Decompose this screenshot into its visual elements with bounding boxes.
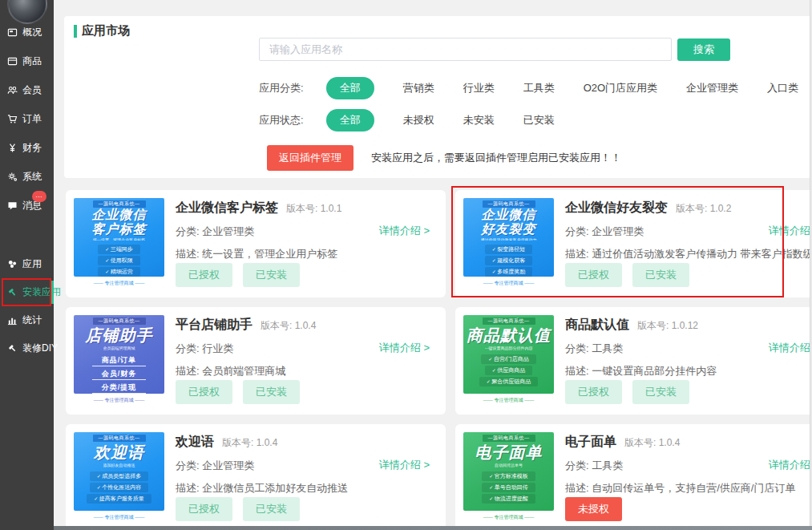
search-row: 搜索 bbox=[259, 38, 730, 61]
sidebar-item-finance[interactable]: 财务 bbox=[0, 133, 54, 162]
back-to-plugins-button[interactable]: 返回插件管理 bbox=[267, 145, 353, 171]
filter-panel: 应用市场 搜索 应用分类: 全部 营销类 行业类 工具类 O2O门店应用类 企业… bbox=[64, 16, 812, 178]
sidebar-item-install-apps[interactable]: 安装应用 bbox=[0, 278, 54, 306]
page-title: 应用市场 bbox=[74, 23, 130, 38]
chat-bubble-icon bbox=[7, 200, 18, 211]
bottom-edge-strip bbox=[54, 526, 812, 530]
status-option-installed[interactable]: 已安装 bbox=[523, 113, 555, 127]
members-icon bbox=[7, 85, 18, 95]
sidebar-item-goods[interactable]: 商品 bbox=[0, 47, 54, 75]
bar-chart-icon bbox=[7, 315, 18, 326]
gear-icon bbox=[7, 172, 18, 182]
app-thumbnail: —源码电商系统— 店铺助手 会员前端管理商城 商品/订单 会员/财务 分类/提现… bbox=[74, 315, 164, 407]
sidebar-item-apps[interactable]: 应用 bbox=[0, 250, 54, 278]
app-card-welcome-message: —源码电商系统— 欢迎语 添加好友自动推送 成员类型选择多 个性化推送内容 提高… bbox=[66, 424, 446, 530]
sidebar-item-statistics[interactable]: 统计 bbox=[0, 306, 54, 334]
app-name: 平台店铺助手 bbox=[176, 317, 252, 334]
status-option-uninstalled[interactable]: 未安装 bbox=[463, 113, 495, 127]
sidebar-item-label: 安装应用 bbox=[22, 285, 61, 299]
app-name: 企业微信客户标签 bbox=[176, 200, 278, 216]
app-name: 欢迎语 bbox=[176, 434, 214, 451]
sidebar-item-label: 订单 bbox=[22, 112, 42, 126]
overview-icon bbox=[7, 27, 18, 38]
sidebar-item-label: 应用 bbox=[22, 257, 42, 271]
sidebar: 概况 商品 会员 订单 财务 系统 消息 … 应用 bbox=[0, 0, 54, 530]
app-description: 描述: 统一设置，管理企业用户标签 bbox=[176, 247, 438, 261]
app-version: 版本号: 1.0.1 bbox=[286, 202, 341, 216]
app-description: 描述: 自动回传运单号，支持自营/供应商/门店订单 bbox=[565, 481, 812, 496]
detail-link[interactable]: 详情介绍 > bbox=[379, 341, 430, 355]
search-input[interactable] bbox=[259, 38, 672, 61]
app-name: 商品默认值 bbox=[565, 317, 629, 334]
category-option-enterprise[interactable]: 企业管理类 bbox=[686, 81, 738, 95]
yuan-icon bbox=[7, 143, 18, 153]
sidebar-item-label: 统计 bbox=[22, 314, 42, 327]
category-filter-row: 应用分类: 全部 营销类 行业类 工具类 O2O门店应用类 企业管理类 入口类 bbox=[259, 77, 798, 99]
app-thumbnail: —源码电商系统— 企业微信 客户标签 统一设置，管理企业客户标签 三端同步 使用… bbox=[74, 198, 164, 289]
app-description: 描述: 通过价值活动激发客户传播动力 带来客户指数级新增 bbox=[565, 247, 812, 261]
app-version: 版本号: 1.0.12 bbox=[637, 319, 698, 333]
installed-badge: 已安装 bbox=[243, 263, 300, 287]
notice-text: 安装应用之后，需要返回插件管理启用已安装应用！！ bbox=[371, 151, 621, 165]
detail-link[interactable]: 详情介绍 > bbox=[769, 458, 812, 472]
authorized-badge: 已授权 bbox=[176, 380, 232, 404]
sidebar-nav-secondary: 应用 安装应用 统计 装修DIY bbox=[0, 250, 54, 362]
app-name: 企业微信好友裂变 bbox=[565, 200, 668, 216]
category-option-industry[interactable]: 行业类 bbox=[463, 81, 495, 95]
detail-link[interactable]: 详情介绍 > bbox=[769, 224, 812, 238]
notice-row: 返回插件管理 安装应用之后，需要返回插件管理启用已安装应用！！ bbox=[267, 145, 621, 171]
detail-link[interactable]: 详情介绍 > bbox=[379, 458, 430, 472]
sidebar-item-orders[interactable]: 订单 bbox=[0, 104, 54, 133]
sidebar-item-diy[interactable]: 装修DIY bbox=[0, 334, 54, 362]
category-option-entry[interactable]: 入口类 bbox=[767, 81, 798, 95]
search-button[interactable]: 搜索 bbox=[677, 38, 730, 61]
category-option-all[interactable]: 全部 bbox=[326, 77, 374, 99]
category-option-o2o[interactable]: O2O门店应用类 bbox=[584, 81, 657, 95]
app-version: 版本号: 1.0.2 bbox=[676, 202, 731, 216]
detail-link[interactable]: 详情介绍 > bbox=[379, 224, 430, 238]
message-count-badge: … bbox=[32, 191, 46, 202]
sidebar-nav-main: 概况 商品 会员 订单 财务 系统 消息 … bbox=[0, 18, 54, 220]
app-card-wecom-friend-fission: —源码电商系统— 企业微信 好友裂变 通过价值活动激发客户传播动力 裂变路径短 … bbox=[455, 190, 812, 297]
sidebar-item-label: 装修DIY bbox=[22, 342, 58, 355]
sidebar-item-overview[interactable]: 概况 bbox=[0, 18, 54, 47]
goods-icon bbox=[7, 56, 18, 67]
category-option-tools[interactable]: 工具类 bbox=[523, 81, 555, 95]
installed-badge: 已安装 bbox=[632, 263, 689, 287]
app-thumbnail: —源码电商系统— 企业微信 好友裂变 通过价值活动激发客户传播动力 裂变路径短 … bbox=[463, 198, 554, 289]
title-accent-bar bbox=[74, 25, 77, 38]
status-filter-label: 应用状态: bbox=[259, 113, 304, 127]
install-apps-icon bbox=[7, 287, 18, 297]
sidebar-item-members[interactable]: 会员 bbox=[0, 75, 54, 104]
sidebar-item-label: 会员 bbox=[22, 83, 42, 97]
app-thumbnail: —源码电商系统— 商品默认值 一键设置商品部分挂件内容 自营/门店商品 供应商商… bbox=[463, 315, 554, 407]
app-description: 描述: 企业微信员工添加好友自动推送 bbox=[176, 481, 438, 496]
sidebar-item-label: 财务 bbox=[22, 141, 42, 155]
app-version: 版本号: 1.0.4 bbox=[624, 436, 680, 450]
app-version: 版本号: 1.0.4 bbox=[222, 436, 277, 450]
sidebar-item-label: 概况 bbox=[22, 26, 42, 39]
app-thumbnail: —源码电商系统— 电子面单 自动回传运单号 官方标准模板 单号自动回传 物流进度… bbox=[463, 432, 554, 524]
installed-badge: 已安装 bbox=[632, 380, 689, 404]
category-option-marketing[interactable]: 营销类 bbox=[403, 81, 434, 95]
authorized-badge: 已授权 bbox=[565, 263, 622, 287]
unauthorized-badge[interactable]: 未授权 bbox=[565, 497, 622, 521]
category-filter-label: 应用分类: bbox=[259, 81, 304, 95]
category-options: 全部 营销类 行业类 工具类 O2O门店应用类 企业管理类 入口类 bbox=[326, 77, 798, 99]
app-card-electronic-waybill: —源码电商系统— 电子面单 自动回传运单号 官方标准模板 单号自动回传 物流进度… bbox=[455, 424, 812, 530]
app-card-wecom-customer-tags: —源码电商系统— 企业微信 客户标签 统一设置，管理企业客户标签 三端同步 使用… bbox=[66, 190, 446, 297]
status-option-all[interactable]: 全部 bbox=[326, 109, 374, 131]
status-option-unauthorized[interactable]: 未授权 bbox=[403, 113, 434, 127]
app-thumbnail: —源码电商系统— 欢迎语 添加好友自动推送 成员类型选择多 个性化推送内容 提高… bbox=[74, 432, 164, 524]
sidebar-item-messages[interactable]: 消息 … bbox=[0, 191, 54, 220]
app-version: 版本号: 1.0.4 bbox=[261, 319, 316, 333]
app-card-shop-assistant: —源码电商系统— 店铺助手 会员前端管理商城 商品/订单 会员/财务 分类/提现… bbox=[66, 307, 446, 415]
apps-icon bbox=[7, 259, 18, 269]
authorized-badge: 已授权 bbox=[565, 380, 622, 404]
detail-link[interactable]: 详情介绍 > bbox=[769, 341, 812, 355]
installed-badge: 已安装 bbox=[243, 497, 300, 521]
sidebar-item-system[interactable]: 系统 bbox=[0, 162, 54, 191]
authorized-badge: 已授权 bbox=[176, 263, 232, 287]
sidebar-item-label: 商品 bbox=[22, 55, 42, 68]
app-description: 描述: 一键设置商品部分挂件内容 bbox=[565, 364, 812, 378]
